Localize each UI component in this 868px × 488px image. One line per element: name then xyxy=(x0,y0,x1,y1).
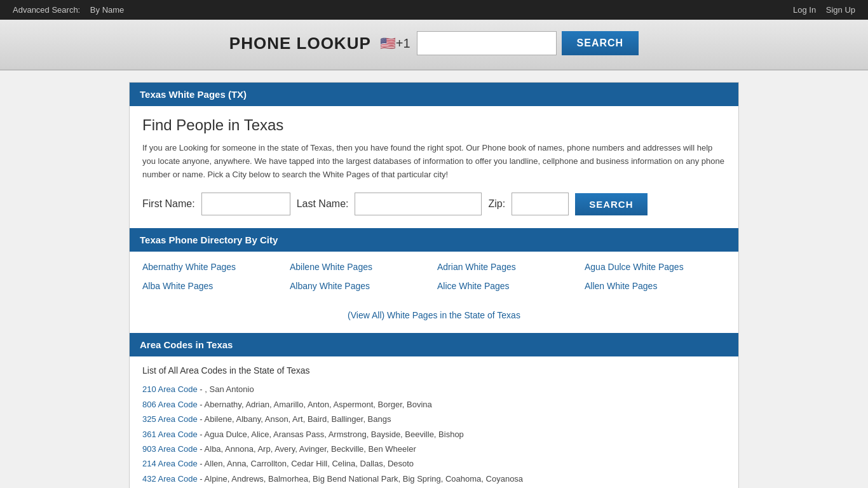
city-link[interactable]: Alice White Pages xyxy=(437,281,578,291)
area-code-item: 325 Area Code - Abilene, Albany, Anson, … xyxy=(142,412,726,426)
find-people-section: Find People in Texas If you are Looking … xyxy=(130,106,738,228)
view-all-section: (View All) White Pages in the State of T… xyxy=(130,304,738,333)
people-search-form: First Name: Last Name: Zip: SEARCH xyxy=(142,193,726,215)
first-name-input[interactable] xyxy=(201,193,290,215)
area-codes-section: List of All Area Codes in the State of T… xyxy=(130,356,738,488)
flag-icon: 🇺🇸 xyxy=(380,36,396,50)
area-code-desc: - Abernathy, Adrian, Amarillo, Anton, As… xyxy=(200,400,431,409)
area-code-desc: - Allen, Anna, Carrollton, Cedar Hill, C… xyxy=(200,459,414,468)
area-code-link[interactable]: 432 Area Code xyxy=(142,474,198,484)
area-code-item: 361 Area Code - Agua Dulce, Alice, Arans… xyxy=(142,427,726,442)
find-people-desc: If you are Looking for someone in the st… xyxy=(142,142,726,181)
zip-label: Zip: xyxy=(488,198,505,210)
phone-lookup-title: PHONE LOOKUP xyxy=(229,34,371,53)
signup-link[interactable]: Sign Up xyxy=(826,5,855,15)
auth-links: Log In Sign Up xyxy=(785,5,855,15)
area-code-link[interactable]: 806 Area Code xyxy=(142,400,198,409)
city-link[interactable]: Albany White Pages xyxy=(290,281,431,291)
area-codes-header: Area Codes in Texas xyxy=(130,333,738,356)
area-code-item: 903 Area Code - Alba, Annona, Arp, Avery… xyxy=(142,442,726,456)
topbar: Advanced Search: By Name Log In Sign Up xyxy=(0,0,868,20)
city-link[interactable]: Agua Dulce White Pages xyxy=(585,262,726,272)
area-code-desc: - Alba, Annona, Arp, Avery, Avinger, Bec… xyxy=(200,444,416,454)
by-name-link[interactable]: By Name xyxy=(90,5,124,15)
find-people-title: Find People in Texas xyxy=(142,116,726,134)
city-link[interactable]: Allen White Pages xyxy=(585,281,726,291)
advanced-search-text: Advanced Search: xyxy=(13,5,80,15)
view-all-link[interactable]: (View All) White Pages in the State of T… xyxy=(348,310,520,320)
area-code-item: 806 Area Code - Abernathy, Adrian, Amari… xyxy=(142,397,726,412)
area-code-desc: - Abilene, Albany, Anson, Art, Baird, Ba… xyxy=(200,414,391,424)
phone-lookup-bar: PHONE LOOKUP 🇺🇸+1 SEARCH xyxy=(0,20,868,71)
area-code-item: 214 Area Code - Allen, Anna, Carrollton,… xyxy=(142,456,726,471)
area-code-desc: - Alpine, Andrews, Balmorhea, Big Bend N… xyxy=(200,474,523,484)
city-link[interactable]: Alba White Pages xyxy=(142,281,283,291)
area-code-link[interactable]: 210 Area Code xyxy=(142,384,198,394)
area-code-link[interactable]: 903 Area Code xyxy=(142,444,198,454)
city-link[interactable]: Abilene White Pages xyxy=(290,262,431,272)
login-link[interactable]: Log In xyxy=(793,5,816,15)
area-codes-list-title: List of All Area Codes in the State of T… xyxy=(142,365,726,376)
area-code-link[interactable]: 214 Area Code xyxy=(142,459,198,468)
phone-lookup-search-button[interactable]: SEARCH xyxy=(562,31,639,55)
last-name-label: Last Name: xyxy=(297,198,349,210)
zip-input[interactable] xyxy=(512,193,569,215)
first-name-label: First Name: xyxy=(142,198,195,210)
area-code-item: 210 Area Code - , San Antonio xyxy=(142,382,726,396)
area-code-link[interactable]: 325 Area Code xyxy=(142,414,198,424)
flag-code: 🇺🇸+1 xyxy=(380,36,410,51)
city-link[interactable]: Abernathy White Pages xyxy=(142,262,283,272)
people-search-button[interactable]: SEARCH xyxy=(575,193,647,215)
area-code-link[interactable]: 361 Area Code xyxy=(142,430,198,439)
area-code-desc: - Agua Dulce, Alice, Aransas Pass, Armst… xyxy=(200,430,464,439)
main-content: Texas White Pages (TX) Find People in Te… xyxy=(129,82,739,488)
city-link[interactable]: Adrian White Pages xyxy=(437,262,578,272)
phone-lookup-input[interactable] xyxy=(417,31,557,55)
last-name-input[interactable] xyxy=(355,193,482,215)
city-links-grid: Abernathy White PagesAbilene White Pages… xyxy=(130,252,738,304)
area-code-item: 432 Area Code - Alpine, Andrews, Balmorh… xyxy=(142,471,726,486)
city-directory-header: Texas Phone Directory By City xyxy=(130,228,738,252)
area-codes-list: 210 Area Code - , San Antonio806 Area Co… xyxy=(142,382,726,488)
advanced-search-label: Advanced Search: By Name xyxy=(13,5,124,15)
texas-white-pages-header: Texas White Pages (TX) xyxy=(130,83,738,106)
area-code-desc: - , San Antonio xyxy=(200,384,254,394)
